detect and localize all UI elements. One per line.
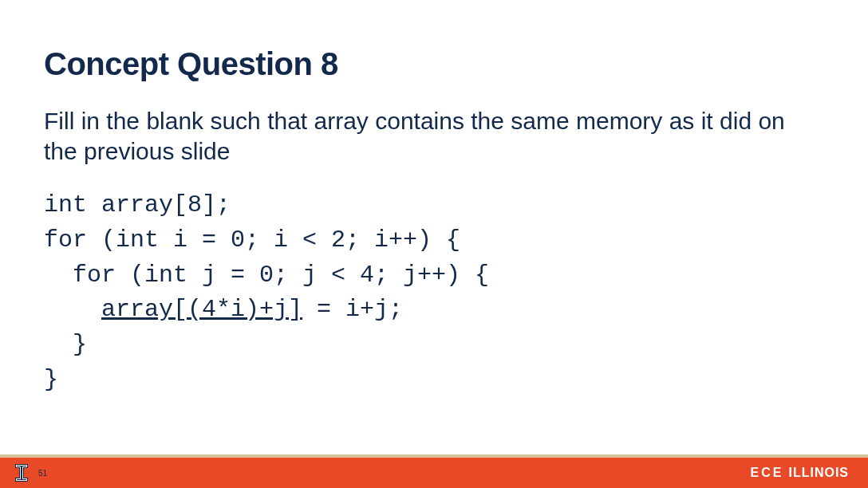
footer-bar: 51 ECE ILLINOIS [0, 458, 868, 488]
illinois-logo-icon [14, 463, 29, 482]
code-line-2: for (int i = 0; i < 2; i++) { [44, 226, 460, 254]
code-line-1: int array[8]; [44, 191, 231, 218]
svg-rect-7 [21, 466, 22, 480]
code-line-6: } [44, 366, 58, 393]
code-line-3: for (int j = 0; j < 4; j++) { [44, 262, 489, 289]
code-line-4-rest: = i+j; [302, 296, 403, 323]
page-number: 51 [38, 469, 47, 478]
slide-subtitle: Fill in the blank such that array contai… [44, 106, 824, 166]
slide: Concept Question 8 Fill in the blank suc… [0, 0, 868, 488]
code-block: int array[8]; for (int i = 0; i < 2; i++… [44, 188, 824, 398]
slide-footer: 51 ECE ILLINOIS [0, 455, 868, 488]
brand-illinois: ILLINOIS [788, 466, 849, 480]
footer-left: 51 [14, 463, 47, 482]
slide-title: Concept Question 8 [44, 46, 824, 82]
brand-ece: ECE [751, 466, 784, 480]
code-line-4-indent [44, 296, 101, 323]
code-line-4-blank: array[(4*i)+j] [101, 296, 302, 323]
content-area: Concept Question 8 Fill in the blank suc… [0, 0, 868, 398]
code-line-5: } [44, 331, 87, 358]
svg-rect-8 [17, 479, 26, 480]
footer-brand: ECE ILLINOIS [751, 466, 849, 480]
